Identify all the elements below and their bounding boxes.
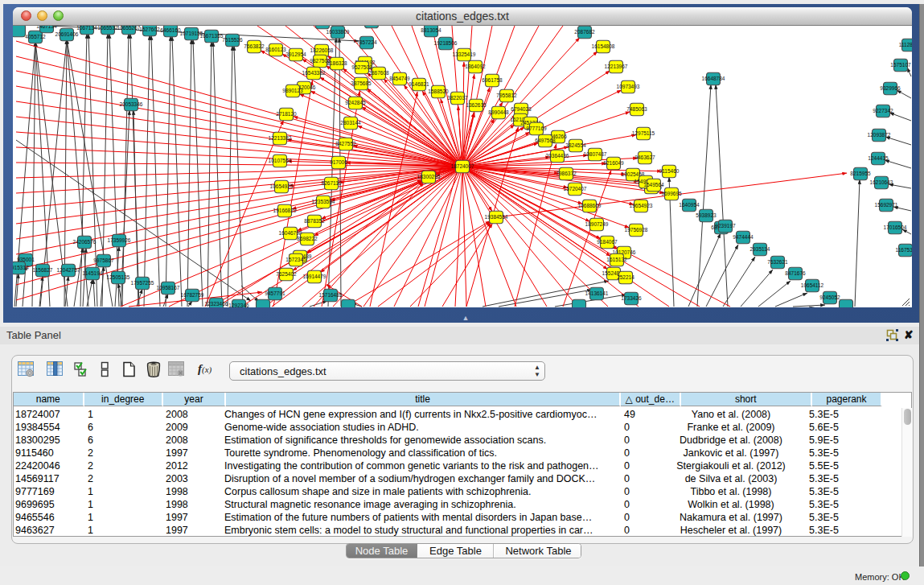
svg-text:8454749: 8454749 [389, 76, 410, 81]
svg-text:16648784: 16648784 [702, 76, 725, 81]
svg-text:8990448: 8990448 [488, 109, 509, 115]
svg-text:18300295: 18300295 [417, 174, 441, 179]
svg-text:1588520: 1588520 [428, 89, 449, 94]
svg-text:9245052: 9245052 [819, 295, 840, 300]
svg-text:7663822: 7663822 [244, 43, 265, 49]
svg-text:16210643: 16210643 [870, 179, 893, 185]
svg-text:1615132: 1615132 [606, 257, 627, 262]
svg-text:10973493: 10973493 [617, 84, 640, 89]
svg-text:3912954: 3912954 [285, 51, 306, 57]
svg-text:1244415: 1244415 [868, 155, 889, 161]
svg-text:1733426: 1733426 [621, 295, 642, 301]
svg-text:1549564: 1549564 [643, 182, 664, 187]
svg-text:12213967: 12213967 [605, 64, 628, 69]
svg-text:12093872: 12093872 [868, 132, 891, 138]
svg-text:3822037: 3822037 [447, 95, 468, 101]
svg-text:24206576: 24206576 [73, 239, 97, 245]
svg-text:10655267: 10655267 [117, 26, 141, 31]
svg-text:8186328: 8186328 [326, 60, 347, 66]
svg-text:19218506: 19218506 [434, 40, 458, 46]
svg-text:6961758: 6961758 [482, 77, 503, 83]
svg-text:7857224: 7857224 [356, 39, 377, 45]
svg-text:1145194: 1145194 [83, 270, 103, 276]
svg-text:2087682: 2087682 [574, 29, 595, 35]
svg-text:8813054: 8813054 [421, 27, 441, 33]
svg-text:16046798: 16046798 [279, 230, 302, 236]
svg-text:20691406: 20691406 [55, 31, 79, 37]
svg-text:8878352: 8878352 [304, 218, 325, 224]
svg-text:10107554: 10107554 [269, 158, 292, 163]
svg-text:14136141: 14136141 [585, 290, 609, 296]
svg-text:12505135: 12505135 [107, 274, 130, 280]
svg-text:16543382: 16543382 [302, 70, 326, 76]
svg-text:3824554: 3824554 [565, 142, 586, 148]
svg-text:7632621: 7632621 [767, 259, 788, 265]
svg-text:9527508: 9527508 [351, 64, 372, 70]
svg-text:1575107: 1575107 [890, 62, 911, 68]
svg-text:1065532: 1065532 [97, 26, 118, 31]
svg-text:12213382: 12213382 [269, 135, 292, 141]
svg-text:9146821: 9146821 [409, 81, 429, 87]
svg-text:1067134: 1067134 [76, 26, 97, 31]
svg-text:4055712: 4055712 [25, 34, 46, 39]
svg-text:13325419: 13325419 [453, 51, 476, 57]
svg-text:10958167: 10958167 [157, 285, 180, 290]
svg-text:1112843: 1112843 [899, 42, 912, 47]
svg-text:9699695: 9699695 [661, 191, 682, 196]
svg-text:16914479: 16914479 [303, 274, 326, 279]
svg-text:19384554: 19384554 [485, 214, 508, 220]
svg-text:2718120: 2718120 [276, 111, 297, 117]
svg-text:9890123: 9890123 [282, 88, 303, 93]
svg-text:6216049: 6216049 [603, 160, 624, 166]
svg-text:1527602: 1527602 [139, 27, 160, 32]
svg-text:16782759: 16782759 [181, 292, 204, 298]
svg-text:3915314: 3915314 [13, 265, 29, 270]
svg-text:1864092: 1864092 [465, 64, 486, 69]
svg-text:18907249: 18907249 [585, 221, 609, 227]
svg-text:7955812: 7955812 [496, 93, 517, 98]
svg-text:10688609: 10688609 [578, 203, 602, 208]
svg-text:6497568: 6497568 [535, 138, 556, 143]
svg-text:10654112: 10654112 [801, 282, 824, 288]
svg-text:19756928: 19756928 [625, 227, 648, 233]
svg-text:7986372: 7986372 [556, 171, 577, 176]
svg-text:12353594: 12353594 [312, 199, 335, 204]
svg-text:17957255: 17957255 [131, 280, 154, 286]
svg-text:12975115: 12975115 [632, 130, 655, 136]
svg-text:9474444: 9474444 [733, 234, 754, 240]
svg-text:8427552: 8427552 [335, 141, 356, 146]
svg-text:8160123: 8160123 [265, 47, 286, 52]
svg-text:8698222: 8698222 [297, 236, 318, 241]
svg-text:9184067: 9184067 [597, 239, 618, 245]
svg-text:1292346: 1292346 [228, 303, 249, 307]
svg-text:5938923: 5938923 [696, 212, 717, 218]
svg-text:15692971: 15692971 [875, 202, 898, 208]
svg-text:3875685: 3875685 [351, 80, 372, 86]
svg-text:15716485: 15716485 [319, 292, 343, 298]
svg-text:1362615: 1362615 [466, 102, 487, 108]
svg-text:2867608: 2867608 [368, 70, 389, 76]
svg-text:10807487: 10807487 [584, 151, 607, 157]
svg-text:15720407: 15720407 [564, 186, 587, 192]
svg-text:8471676: 8471676 [785, 270, 806, 276]
svg-text:9242845: 9242845 [345, 100, 366, 105]
svg-text:1156827: 1156827 [33, 267, 53, 273]
svg-text:6794028: 6794028 [511, 106, 532, 112]
svg-text:12323466: 12323466 [205, 301, 228, 307]
svg-text:16154808: 16154808 [592, 43, 615, 49]
svg-text:7485063: 7485063 [626, 106, 647, 112]
svg-text:9777169: 9777169 [526, 126, 547, 131]
svg-text:18724007: 18724007 [451, 163, 474, 169]
svg-text:2803144: 2803144 [340, 120, 361, 126]
svg-text:17016504: 17016504 [884, 225, 907, 230]
svg-text:1640954: 1640954 [679, 202, 700, 208]
svg-text:9975867: 9975867 [93, 257, 114, 263]
svg-text:7515526: 7515526 [222, 37, 243, 43]
svg-text:17359926: 17359926 [108, 237, 131, 243]
svg-text:20053346: 20053346 [120, 101, 143, 107]
svg-text:9239197: 9239197 [715, 223, 736, 229]
svg-text:1467134: 1467134 [36, 26, 57, 29]
svg-text:18226058: 18226058 [310, 47, 334, 53]
svg-text:8215955: 8215955 [850, 171, 871, 176]
svg-text:10654925: 10654925 [270, 183, 294, 189]
